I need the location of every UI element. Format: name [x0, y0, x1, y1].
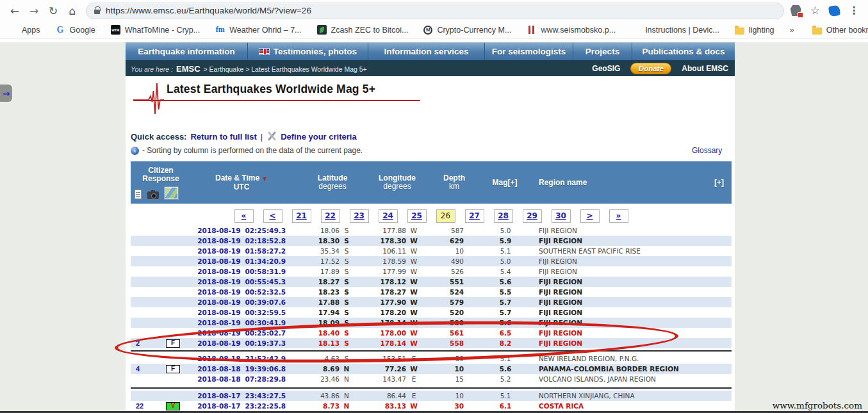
region-name[interactable]: NORTHERN XINJIANG, CHINA — [528, 391, 732, 401]
other-bookmarks-button[interactable]: Other bookmarks — [812, 25, 868, 35]
column-latitude[interactable]: Latitudedegrees — [292, 161, 354, 204]
breadcrumb-path[interactable]: > Earthquake > Latest Earthquakes Worldw… — [204, 65, 367, 73]
event-datetime-link[interactable]: 2018-08-1902:25:49.3 — [191, 225, 292, 236]
page-link[interactable]: 23 — [350, 209, 369, 223]
return-to-full-list-link[interactable]: Return to full list — [190, 132, 256, 142]
page-link[interactable]: < — [263, 209, 283, 223]
page-link[interactable]: 25 — [407, 209, 427, 223]
event-datetime-link[interactable]: 2018-08-1900:32:59.5 — [191, 307, 292, 318]
bookmark-item[interactable]: Apps — [8, 25, 40, 35]
region-name[interactable]: FIJI REGION — [528, 256, 732, 266]
region-name[interactable]: FIJI REGION — [528, 307, 732, 318]
event-datetime-link[interactable]: 2018-08-1901:34:20.9 — [191, 256, 292, 266]
extension-blue-icon[interactable] — [828, 4, 840, 16]
region-name[interactable]: FIJI REGION — [528, 338, 732, 348]
event-datetime-link[interactable]: 2018-08-1723:22:25.8 — [191, 401, 292, 411]
page-link[interactable]: 21 — [292, 209, 311, 223]
region-name[interactable]: NEW IRELAND REGION, P.N.G. — [528, 353, 732, 364]
bookmark-item[interactable]: GGoogle — [56, 25, 95, 35]
citizen-response-count[interactable]: 4 — [131, 364, 155, 374]
back-icon[interactable]: ← — [5, 3, 24, 19]
bookmark-item[interactable]: www.seismobsko.p... — [527, 25, 616, 35]
page-link[interactable]: 29 — [523, 209, 542, 223]
longitude-direction: W — [406, 307, 422, 318]
event-datetime-link[interactable]: 2018-08-1900:19:37.3 — [191, 338, 292, 348]
region-name[interactable]: FIJI REGION — [528, 277, 732, 287]
region-name[interactable]: FIJI REGION — [528, 225, 732, 236]
page-link[interactable]: « — [234, 209, 254, 223]
page-link[interactable]: > — [580, 209, 600, 223]
event-datetime-link[interactable]: 2018-08-1900:25:02.7 — [191, 328, 292, 338]
sidebar-expander-tab[interactable]: → — [0, 85, 12, 102]
column-date-time[interactable]: Date & Time▼ UTC — [191, 161, 292, 204]
citizen-response-count[interactable]: 2 — [131, 338, 155, 348]
bookmark-item[interactable]: Zcash ZEC to Bitcoi... — [317, 25, 409, 35]
breadcrumb-emsc-link[interactable]: EMSC — [176, 64, 201, 74]
camera-icon[interactable] — [147, 191, 159, 199]
region-name[interactable]: VOLCANO ISLANDS, JAPAN REGION — [528, 374, 732, 384]
event-datetime-link[interactable]: 2018-08-1807:28:29.8 — [191, 374, 292, 384]
page-link[interactable]: 30 — [552, 209, 571, 223]
longitude-value: 177.90 — [354, 297, 406, 307]
nav-item-projects[interactable]: Projects — [573, 43, 632, 60]
browser-menu-icon[interactable]: ⋮ — [849, 4, 859, 17]
nav-item-for-seismologists[interactable]: For seismologists — [484, 43, 573, 60]
event-datetime-link[interactable]: 2018-08-1723:43:27.5 — [191, 391, 292, 401]
page-link[interactable]: 27 — [465, 209, 484, 223]
page-current[interactable]: 26 — [436, 209, 455, 223]
donate-button[interactable]: Donate — [630, 63, 671, 74]
event-datetime-link[interactable]: 2018-08-1900:58:31.9 — [191, 266, 292, 277]
region-name[interactable]: COSTA RICA — [528, 401, 732, 411]
page-link[interactable]: 24 — [379, 209, 398, 223]
region-name[interactable]: SOUTHERN EAST PACIFIC RISE — [528, 246, 732, 256]
bookmark-item[interactable]: fmWeather Ohrid – 7... — [215, 25, 301, 35]
column-citizen-response[interactable]: Citizen Response — [131, 161, 191, 204]
event-datetime-link[interactable]: 2018-08-1900:30:41.9 — [191, 318, 292, 328]
home-icon[interactable]: ⌂ — [63, 3, 82, 19]
nav-item-publications-docs[interactable]: Publications & docs — [632, 43, 735, 60]
page-link[interactable]: 22 — [321, 209, 340, 223]
nav-item-testimonies-photos[interactable]: Testimonies, photos — [247, 43, 368, 60]
region-name[interactable]: FIJI REGION — [528, 266, 732, 277]
reload-icon[interactable]: ↻ — [44, 3, 63, 19]
geosig-link[interactable]: GeoSIG — [592, 64, 620, 73]
region-name[interactable]: FIJI REGION — [528, 287, 732, 297]
region-name[interactable]: FIJI REGION — [528, 318, 732, 328]
url-bar[interactable]: https://www.emsc.eu/Earthquake/world/M5/… — [86, 3, 784, 19]
bookmark-item[interactable]: WTMWhatToMine - Cryp... — [111, 25, 200, 35]
page-link[interactable]: 28 — [494, 209, 513, 223]
citizen-response-count[interactable]: 22 — [131, 401, 155, 411]
event-datetime-link[interactable]: 2018-08-1900:55:45.3 — [191, 277, 292, 287]
page-link[interactable]: » — [609, 209, 628, 223]
column-expand[interactable]: [+] — [706, 161, 732, 204]
region-name[interactable]: PANAMA-COLOMBIA BORDER REGION — [528, 364, 732, 374]
define-criteria-link[interactable]: Define your criteria — [281, 132, 357, 142]
bookmark-item[interactable]: Instructions | Devic... — [631, 25, 719, 35]
event-datetime-link[interactable]: 2018-08-1900:52:32.5 — [191, 287, 292, 297]
nav-item-earthquake-information[interactable]: Earthquake information — [126, 43, 247, 60]
report-icon[interactable] — [135, 190, 142, 199]
event-datetime-link[interactable]: 2018-08-1900:39:07.6 — [191, 297, 292, 307]
nav-item-information-services[interactable]: Information services — [368, 43, 484, 60]
event-datetime-link[interactable]: 2018-08-1902:18:52.8 — [191, 236, 292, 246]
region-name[interactable]: FIJI REGION — [528, 236, 732, 246]
glossary-link[interactable]: Glossary — [692, 146, 722, 155]
bookmark-item[interactable]: MCrypto-Currency M... — [423, 26, 511, 35]
column-depth[interactable]: Depthkm — [422, 161, 474, 204]
forward-icon[interactable]: → — [24, 3, 44, 19]
url-text[interactable]: https://www.emsc.eu/Earthquake/world/M5/… — [106, 6, 311, 15]
map-icon[interactable] — [165, 187, 178, 199]
about-emsc-link[interactable]: About EMSC — [682, 64, 728, 73]
event-datetime-link[interactable]: 2018-08-1901:58:27.2 — [191, 246, 292, 256]
region-name[interactable]: FIJI REGION — [528, 328, 732, 338]
bookmark-item[interactable]: lighting — [735, 25, 774, 35]
bookmarks-overflow-icon[interactable]: » — [790, 25, 794, 35]
bookmark-star-icon[interactable]: ☆ — [810, 5, 820, 16]
region-name[interactable]: FIJI REGION — [528, 297, 732, 307]
column-magnitude[interactable]: Mag[+] — [474, 161, 528, 204]
column-region-name[interactable]: Region name — [528, 161, 706, 204]
event-datetime-link[interactable]: 2018-08-1821:52:42.9 — [191, 353, 292, 364]
event-datetime-link[interactable]: 2018-08-1819:39:06.8 — [191, 364, 292, 374]
extension-badge-icon[interactable] — [790, 5, 801, 16]
column-longitude[interactable]: Longitudedegrees — [354, 161, 422, 204]
